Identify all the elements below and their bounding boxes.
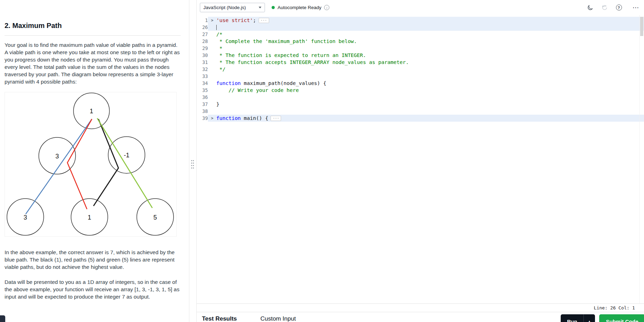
code-line[interactable]: 1>'use strict';··· [197, 17, 644, 24]
line-number: 36 [197, 94, 208, 101]
cursor-caret [216, 25, 217, 30]
code-text: * The function accepts INTEGER_ARRAY nod… [216, 59, 409, 66]
code-text: } [216, 101, 219, 108]
problem-paragraph-data: Data will be presented to you as a 1D ar… [5, 278, 181, 300]
toolbar-icons: ? ⋯ [587, 0, 639, 15]
line-number: 26 [197, 24, 208, 31]
line-number: 37 [197, 101, 208, 108]
problem-panel: 2. Maximum Path Your goal is to find the… [0, 0, 189, 322]
code-editor[interactable]: 1>'use strict';···2627/*28 * Complete th… [197, 15, 644, 303]
code-line-body[interactable]: */ [208, 66, 644, 73]
history-icon [602, 5, 608, 10]
submit-code-label: Submit Code [606, 319, 638, 322]
problem-paragraph-example: In the above example, the correct answer… [5, 249, 181, 271]
line-number: 33 [197, 73, 208, 80]
code-line[interactable]: 37} [197, 101, 644, 108]
chevron-up-icon[interactable]: ▲ [584, 314, 595, 322]
code-lines: 1>'use strict';···2627/*28 * Complete th… [197, 17, 644, 122]
code-line[interactable]: 26 [197, 24, 644, 31]
code-text: * Complete the 'maximum_path' function b… [216, 38, 357, 45]
problem-title: 2. Maximum Path [5, 22, 183, 30]
code-line-body[interactable] [208, 94, 644, 101]
tab-test-results[interactable]: Test Results [202, 315, 237, 322]
submit-code-button[interactable]: Submit Code [599, 314, 644, 322]
pyramid-node-label: -1 [124, 152, 130, 159]
code-text: // Write your code here [216, 87, 299, 94]
autocomplete-status-label: Autocomplete Ready [278, 5, 321, 10]
code-line[interactable]: 29 * [197, 45, 644, 52]
scrollbar-thumb[interactable] [640, 17, 643, 36]
run-button-label: Run [561, 314, 584, 322]
more-options-button[interactable]: ⋯ [633, 5, 639, 11]
code-line[interactable]: 31 * The function accepts INTEGER_ARRAY … [197, 59, 644, 66]
more-options-icon: ⋯ [632, 6, 639, 9]
editor-panel: JavaScript (Node.js) Autocomplete Ready … [196, 0, 644, 322]
code-text: */ [216, 66, 225, 73]
help-icon: ? [616, 5, 622, 10]
code-line[interactable]: 28 * Complete the 'maximum_path' functio… [197, 38, 644, 45]
code-line-body[interactable]: function maximum_path(node_values) { [208, 80, 644, 87]
theme-toggle-button[interactable] [587, 5, 593, 11]
code-line-body[interactable] [208, 24, 644, 31]
line-number: 32 [197, 66, 208, 73]
code-line-body[interactable]: >'use strict';··· [208, 17, 644, 24]
code-line[interactable]: 35 // Write your code here [197, 87, 644, 94]
app-root: 2. Maximum Path Your goal is to find the… [0, 0, 644, 322]
code-line[interactable]: 32 */ [197, 66, 644, 73]
green-path [97, 118, 153, 208]
line-number: 27 [197, 31, 208, 38]
line-number: 39 [197, 115, 208, 122]
code-text: /* [216, 31, 222, 38]
code-line-body[interactable]: * The function is expected to return an … [208, 52, 644, 59]
panel-divider [189, 0, 196, 322]
help-button[interactable]: ? [616, 5, 622, 11]
language-select-label: JavaScript (Node.js) [203, 5, 257, 10]
panel-resize-handle[interactable] [191, 160, 195, 170]
fold-chevron-icon[interactable]: > [208, 17, 216, 24]
folded-code-ellipsis[interactable]: ··· [259, 18, 269, 23]
line-number: 29 [197, 45, 208, 52]
history-button[interactable] [601, 5, 608, 11]
info-icon[interactable]: i [324, 5, 329, 10]
pyramid-node-label: 1 [88, 214, 91, 221]
editor-toolbar: JavaScript (Node.js) Autocomplete Ready … [197, 0, 644, 15]
moon-icon [587, 5, 593, 10]
tab-custom-input[interactable]: Custom Input [260, 315, 296, 322]
code-line[interactable]: 38 [197, 108, 644, 115]
folded-code-ellipsis[interactable]: ··· [271, 116, 281, 121]
code-line-body[interactable]: * The function accepts INTEGER_ARRAY nod… [208, 59, 644, 66]
chat-widget[interactable] [0, 315, 5, 322]
code-line-body[interactable] [208, 108, 644, 115]
line-number: 31 [197, 59, 208, 66]
code-line[interactable]: 33 [197, 73, 644, 80]
run-button[interactable]: Run ▲ [561, 314, 595, 322]
title-divider [5, 35, 181, 36]
pyramid-node-label: 3 [55, 153, 59, 160]
cursor-position-label: Line: 26 Col: 1 [594, 305, 635, 310]
code-line-body[interactable] [208, 73, 644, 80]
results-footer: Test Results Custom Input Run ▲ Submit C… [197, 312, 644, 322]
pyramid-diagram-svg: 13-1315 [5, 92, 176, 236]
language-select[interactable]: JavaScript (Node.js) [200, 3, 265, 12]
code-line-body[interactable]: * Complete the 'maximum_path' function b… [208, 38, 644, 45]
code-line[interactable]: 27/* [197, 31, 644, 38]
line-number: 1 [197, 17, 208, 24]
code-line-body[interactable]: /* [208, 31, 644, 38]
code-line-body[interactable]: * [208, 45, 644, 52]
code-line[interactable]: 36 [197, 94, 644, 101]
code-line[interactable]: 39>function main() {··· [197, 115, 644, 122]
status-bar: Line: 26 Col: 1 [197, 303, 644, 312]
pyramid-node-label: 5 [153, 214, 157, 221]
editor-scrollbar[interactable] [639, 15, 644, 303]
problem-paragraph-intro: Your goal is to find the maximum path va… [5, 41, 181, 85]
code-line-body[interactable]: // Write your code here [208, 87, 644, 94]
line-number: 34 [197, 80, 208, 87]
line-number: 38 [197, 108, 208, 115]
code-text: function main() { [216, 115, 268, 122]
code-line-body[interactable]: >function main() {··· [208, 115, 644, 122]
code-text: * [216, 45, 222, 52]
code-line[interactable]: 30 * The function is expected to return … [197, 52, 644, 59]
code-line-body[interactable]: } [208, 101, 644, 108]
code-line[interactable]: 34function maximum_path(node_values) { [197, 80, 644, 87]
fold-chevron-icon[interactable]: > [208, 115, 216, 122]
